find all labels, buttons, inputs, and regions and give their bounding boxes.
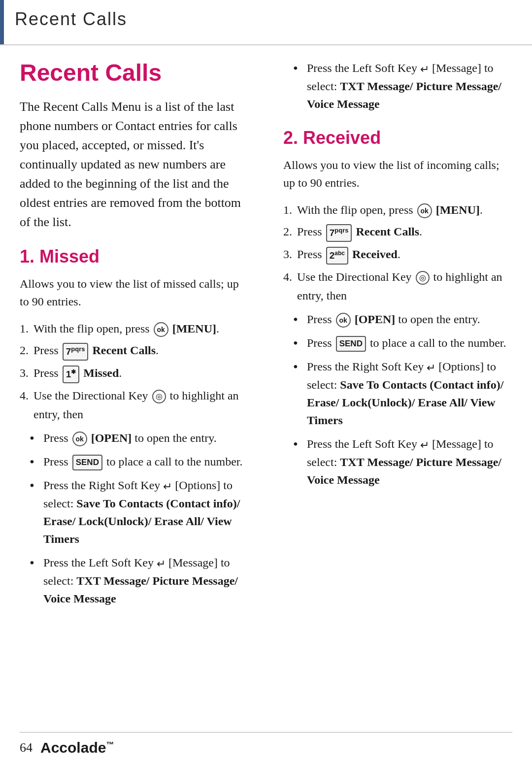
ok-open-icon: ok — [72, 432, 87, 446]
left-softkey2-icon: ↵ — [420, 437, 429, 453]
main-content: Recent Calls The Recent Calls Menu is a … — [20, 54, 512, 727]
bullet-2-1: Press ok [OPEN] to open the entry. — [293, 310, 512, 328]
left-column: Recent Calls The Recent Calls Menu is a … — [20, 54, 259, 727]
bullet-1-1: Press ok [OPEN] to open the entry. — [30, 429, 249, 447]
left-softkey-top-icon: ↵ — [420, 61, 429, 77]
page-header: Recent Calls — [15, 9, 517, 30]
bullet-2-4: Press the Left Soft Key ↵ [Message] to s… — [293, 435, 512, 489]
right-softkey2-icon: ↵ — [427, 360, 435, 376]
right-column: Press the Left Soft Key ↵ [Message] to s… — [278, 54, 512, 727]
page-number: 64 — [20, 740, 33, 755]
ok2-icon: ok — [417, 203, 432, 218]
intro-paragraph: The Recent Calls Menu is a list of the l… — [20, 97, 249, 232]
brand-name: Accolade™ — [40, 739, 114, 756]
step1-3: 3. Press 1✱ Missed. — [20, 364, 249, 383]
bullet-1-2: Press SEND to place a call to the number… — [30, 453, 249, 470]
step2-2: 2. Press 7pqrs Recent Calls. — [283, 222, 512, 242]
accent-bar — [0, 0, 4, 44]
step2-4: 4. Use the Directional Key ◎ to highligh… — [283, 267, 512, 305]
bullet-2-2: Press SEND to place a call to the number… — [293, 334, 512, 352]
right-col-top-bullet: Press the Left Soft Key ↵ [Message] to s… — [283, 59, 512, 113]
page-footer: 64 Accolade™ — [20, 732, 512, 756]
bullet-1-4: Press the Left Soft Key ↵ [Message] to s… — [30, 554, 249, 607]
key-1: 1✱ — [63, 366, 80, 383]
section2-heading: 2. Received — [283, 128, 512, 148]
right-softkey-icon: ↵ — [163, 478, 172, 495]
step2-3: 3. Press 2abc Received. — [283, 245, 512, 265]
key-7pqrs: 7pqrs — [63, 343, 89, 361]
section2-intro: Allows you to view the list of incoming … — [283, 156, 512, 192]
send-icon: SEND — [72, 455, 102, 470]
right-top-bullets: Press the Left Soft Key ↵ [Message] to s… — [293, 59, 512, 113]
dir2-key-icon: ◎ — [416, 271, 430, 285]
page-title: Recent Calls — [20, 59, 249, 86]
header-title: Recent Calls — [15, 9, 127, 29]
send2-icon: SEND — [336, 336, 366, 352]
left-softkey-icon: ↵ — [157, 556, 166, 572]
dir-key-icon: ◎ — [152, 390, 166, 403]
step1-4: 4. Use the Directional Key ◎ to highligh… — [20, 386, 249, 424]
step1-2: 2. Press 7pqrs Recent Calls. — [20, 341, 249, 361]
step2-1: 1. With the flip open, press ok [MENU]. — [283, 200, 512, 219]
bullet-2-3: Press the Right Soft Key ↵ [Options] to … — [293, 358, 512, 429]
bullet-1-3: Press the Right Soft Key ↵ [Options] to … — [30, 476, 249, 548]
section2-steps: 1. With the flip open, press ok [MENU]. … — [283, 200, 512, 305]
header-rule — [0, 44, 532, 45]
section1-bullets: Press ok [OPEN] to open the entry. Press… — [30, 429, 249, 607]
key2-7pqrs: 7pqrs — [326, 224, 352, 242]
section1-intro: Allows you to view the list of missed ca… — [20, 275, 249, 310]
ok-open2-icon: ok — [336, 313, 351, 328]
section2-bullets: Press ok [OPEN] to open the entry. Press… — [293, 310, 512, 489]
section1-heading: 1. Missed — [20, 246, 249, 267]
key-2abc: 2abc — [326, 247, 348, 265]
section1-steps: 1. With the flip open, press ok [MENU]. … — [20, 319, 249, 424]
step1-1: 1. With the flip open, press ok [MENU]. — [20, 319, 249, 338]
right-bullet-top: Press the Left Soft Key ↵ [Message] to s… — [293, 59, 512, 113]
ok-icon: ok — [154, 322, 168, 337]
